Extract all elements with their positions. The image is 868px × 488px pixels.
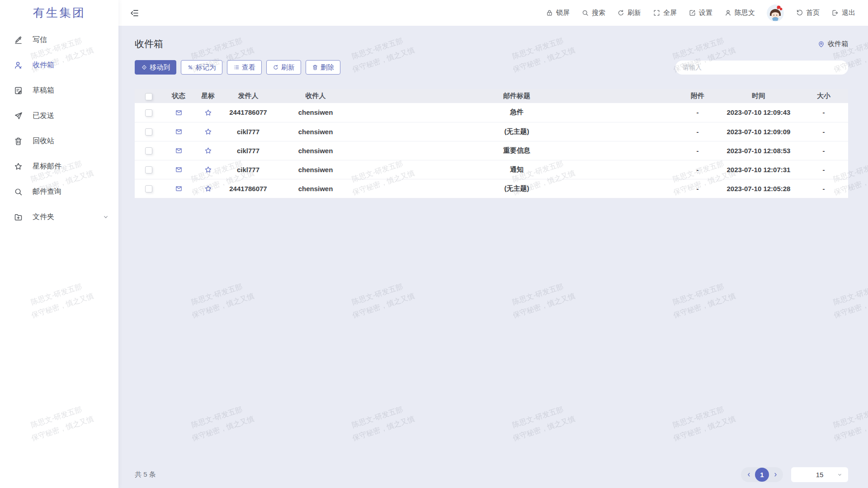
app-window: 有生集团 写信 收件箱 草稿箱 已发送 回收站 [0, 0, 868, 488]
column-header-star: 星标 [194, 89, 222, 103]
time-cell: 2023-07-10 12:05:28 [718, 179, 799, 198]
settings-button[interactable]: 设置 [689, 9, 712, 17]
chevron-down-icon [102, 213, 109, 221]
row-checkbox[interactable] [145, 109, 152, 117]
star-toggle-icon[interactable] [204, 108, 212, 117]
size-cell: - [799, 122, 848, 141]
refresh-icon [617, 9, 625, 17]
list-icon [233, 64, 240, 70]
search-icon [581, 9, 589, 17]
prev-page-button[interactable] [743, 469, 754, 480]
recipient-cell: chensiwen [275, 103, 356, 122]
home-button[interactable]: 首页 [796, 9, 820, 17]
attachment-cell: - [677, 179, 718, 198]
folder-plus-icon [14, 212, 23, 222]
mail-row[interactable]: cikl777 chensiwen 重要信息 - 2023-07-10 12:0… [135, 141, 848, 160]
sidebar-item-folders[interactable]: 文件夹 [0, 204, 118, 230]
refresh-list-button[interactable]: 刷新 [266, 60, 301, 75]
fullscreen-button[interactable]: 全屏 [653, 9, 677, 17]
subject-cell: 急件 [356, 103, 677, 122]
page-1-button[interactable]: 1 [755, 468, 769, 482]
column-header-status: 状态 [163, 89, 194, 103]
sender-cell: cikl777 [222, 141, 275, 160]
move-to-button[interactable]: 移动到 [135, 60, 176, 75]
sidebar-item-compose[interactable]: 写信 [0, 27, 118, 52]
view-button[interactable]: 查看 [227, 60, 262, 75]
sidebar-item-label: 邮件查询 [33, 187, 61, 197]
unread-mail-icon [175, 109, 183, 117]
star-toggle-icon[interactable] [204, 127, 212, 136]
column-header-sender: 发件人 [222, 89, 275, 103]
attachment-cell: - [677, 122, 718, 141]
global-search-button[interactable]: 搜索 [581, 9, 605, 17]
pagination: 1 15 [741, 467, 848, 482]
sender-cell: 2441786077 [222, 179, 275, 198]
subject-cell: (无主题) [356, 179, 677, 198]
user-name: 陈思文 [735, 9, 755, 17]
app-logo: 有生集团 [0, 0, 118, 26]
sidebar-item-label: 草稿箱 [33, 86, 54, 95]
mark-as-button[interactable]: 标记为 [181, 60, 222, 75]
sidebar-item-mail-query[interactable]: 邮件查询 [0, 179, 118, 204]
table-search-input[interactable] [675, 61, 848, 75]
sidebar-item-starred[interactable]: 星标邮件 [0, 154, 118, 179]
topbar: 锁屏 搜索 刷新 全屏 设置 [118, 0, 868, 26]
avatar[interactable] [767, 5, 784, 22]
page-header: 收件箱 收件箱 [135, 38, 848, 50]
size-cell: - [799, 160, 848, 179]
person-icon [724, 9, 732, 17]
sender-cell: 2441786077 [222, 103, 275, 122]
subject-cell: 通知 [356, 160, 677, 179]
mail-row[interactable]: cikl777 chensiwen (无主题) - 2023-07-10 12:… [135, 122, 848, 141]
table-header-row: 状态 星标 发件人 收件人 邮件标题 附件 时间 大小 [135, 89, 848, 103]
star-toggle-icon[interactable] [204, 146, 212, 155]
sidebar-item-label: 文件夹 [33, 212, 54, 222]
star-toggle-icon[interactable] [204, 184, 212, 193]
user-menu[interactable]: 陈思文 [724, 9, 755, 17]
unread-mail-icon [175, 147, 183, 155]
undo-icon [796, 9, 803, 17]
page-size-select[interactable]: 15 [791, 467, 848, 482]
search-icon [14, 187, 23, 197]
row-checkbox[interactable] [145, 185, 152, 192]
table-toolbar: 移动到 标记为 查看 刷新 删除 [135, 60, 848, 75]
star-toggle-icon[interactable] [204, 165, 212, 174]
sidebar-item-recycle[interactable]: 回收站 [0, 128, 118, 154]
logout-button[interactable]: 退出 [831, 9, 855, 17]
mail-row[interactable]: 2441786077 chensiwen (无主题) - 2023-07-10 … [135, 179, 848, 198]
unread-mail-icon [175, 185, 183, 192]
row-checkbox[interactable] [145, 166, 152, 174]
sidebar-item-inbox[interactable]: 收件箱 [0, 52, 118, 78]
sidebar-item-label: 收件箱 [33, 61, 54, 70]
sidebar: 有生集团 写信 收件箱 草稿箱 已发送 回收站 [0, 0, 118, 488]
row-checkbox[interactable] [145, 147, 152, 155]
unread-mail-icon [175, 166, 183, 174]
chevron-left-icon [746, 472, 752, 478]
subject-cell: 重要信息 [356, 141, 677, 160]
column-header-recipient: 收件人 [275, 89, 356, 103]
mark-as-icon [187, 64, 193, 70]
trash-icon [312, 64, 318, 70]
delete-button[interactable]: 删除 [306, 60, 340, 75]
sidebar-item-sent[interactable]: 已发送 [0, 103, 118, 128]
column-header-time: 时间 [718, 89, 799, 103]
sidebar-item-drafts[interactable]: 草稿箱 [0, 78, 118, 103]
mail-row[interactable]: cikl777 chensiwen 通知 - 2023-07-10 12:07:… [135, 160, 848, 179]
sidebar-nav: 写信 收件箱 草稿箱 已发送 回收站 星标邮件 [0, 26, 118, 230]
sidebar-collapse-button[interactable] [130, 8, 140, 18]
select-all-checkbox[interactable] [145, 93, 152, 100]
mail-row[interactable]: 2441786077 chensiwen 急件 - 2023-07-10 12:… [135, 103, 848, 122]
location-pin-icon [817, 40, 825, 48]
row-checkbox[interactable] [145, 128, 152, 136]
chevron-down-icon [837, 472, 843, 478]
refresh-button[interactable]: 刷新 [617, 9, 641, 17]
breadcrumb[interactable]: 收件箱 [817, 40, 848, 48]
main-content: 收件箱 收件箱 移动到 标记为 查看 [118, 26, 868, 488]
sender-cell: cikl777 [222, 122, 275, 141]
size-cell: - [799, 141, 848, 160]
unread-mail-icon [175, 128, 183, 136]
size-cell: - [799, 103, 848, 122]
column-header-attachment: 附件 [677, 89, 718, 103]
next-page-button[interactable] [770, 469, 781, 480]
lock-screen-button[interactable]: 锁屏 [546, 9, 570, 17]
